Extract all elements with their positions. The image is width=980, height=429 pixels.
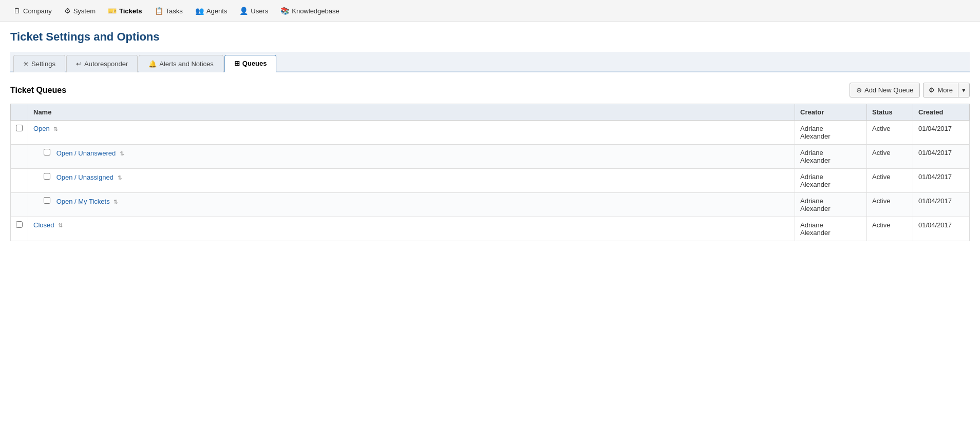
queue-name-link-open-my-tickets[interactable]: Open / My Tickets: [56, 198, 110, 205]
row-checkbox-open-unanswered[interactable]: [44, 149, 50, 155]
row-name-cell: Open / Unanswered ⇅: [28, 145, 795, 169]
row-created-cell: 01/04/2017: [913, 193, 970, 217]
knowledgebase-icon: 📚: [280, 7, 289, 15]
plus-icon: ⊕: [856, 86, 862, 94]
company-icon: 🗒: [13, 7, 21, 15]
col-header-name: Name: [28, 104, 795, 121]
row-status-cell: Active: [867, 145, 913, 169]
more-button-group: ⚙ More ▾: [923, 83, 970, 98]
tab-queues[interactable]: ⊞Queues: [224, 55, 277, 72]
tab-settings[interactable]: ✳Settings: [13, 55, 65, 72]
page-title: Ticket Settings and Options: [10, 30, 970, 44]
row-status-cell: Active: [867, 193, 913, 217]
table-header: Name Creator Status Created: [11, 104, 970, 121]
row-creator-cell: Adriane Alexander: [795, 121, 867, 145]
row-name-cell: Closed ⇅: [28, 217, 795, 241]
row-creator-cell: Adriane Alexander: [795, 217, 867, 241]
system-icon: ⚙: [64, 7, 71, 15]
queues-tab-icon: ⊞: [234, 60, 240, 67]
nav-label-tickets: Tickets: [119, 7, 142, 15]
nav-item-company[interactable]: 🗒Company: [8, 4, 57, 17]
row-checkbox-cell: [11, 121, 28, 145]
row-status-cell: Active: [867, 217, 913, 241]
tab-autoresponder[interactable]: ↩Autoresponder: [66, 55, 138, 72]
nav-item-tickets[interactable]: 🎫Tickets: [103, 4, 147, 17]
header-actions: ⊕ Add New Queue ⚙ More ▾: [850, 83, 970, 98]
row-checkbox-cell: [11, 217, 28, 241]
more-label: More: [937, 86, 953, 94]
col-header-created: Created: [913, 104, 970, 121]
row-empty-cell: [11, 193, 28, 217]
more-button[interactable]: ⚙ More: [924, 83, 958, 97]
sort-arrows: ⇅: [58, 222, 63, 228]
table-row: Open / Unanswered ⇅ Adriane Alexander Ac…: [11, 145, 970, 169]
queue-name-link-open-unanswered[interactable]: Open / Unanswered: [56, 149, 116, 157]
row-status-cell: Active: [867, 169, 913, 193]
nav-label-knowledgebase: Knowledgebase: [292, 7, 340, 15]
tickets-icon: 🎫: [108, 7, 117, 15]
add-queue-label: Add New Queue: [864, 86, 913, 94]
row-status-cell: Active: [867, 121, 913, 145]
settings-tab-icon: ✳: [23, 60, 29, 68]
table-row: Closed ⇅ Adriane Alexander Active 01/04/…: [11, 217, 970, 241]
sort-arrows: ⇅: [120, 150, 124, 157]
nav-label-agents: Agents: [206, 7, 227, 15]
row-created-cell: 01/04/2017: [913, 121, 970, 145]
tabs-container: ✳Settings↩Autoresponder🔔Alerts and Notic…: [10, 52, 970, 72]
alerts-notices-tab-label: Alerts and Notices: [159, 60, 214, 68]
nav-item-system[interactable]: ⚙System: [59, 4, 101, 17]
row-empty-cell: [11, 145, 28, 169]
row-empty-cell: [11, 169, 28, 193]
top-navigation: 🗒Company⚙System🎫Tickets📋Tasks👥Agents👤Use…: [0, 0, 980, 22]
autoresponder-tab-label: Autoresponder: [84, 60, 128, 68]
users-icon: 👤: [239, 7, 248, 15]
more-dropdown-arrow[interactable]: ▾: [958, 83, 969, 97]
queues-table: Name Creator Status Created Open ⇅ Adria…: [10, 104, 970, 241]
nav-item-users[interactable]: 👤Users: [234, 4, 273, 17]
queue-name-link-open[interactable]: Open: [33, 125, 50, 132]
nav-label-users: Users: [251, 7, 268, 15]
row-name-cell: Open / My Tickets ⇅: [28, 193, 795, 217]
nav-label-tasks: Tasks: [166, 7, 183, 15]
row-created-cell: 01/04/2017: [913, 217, 970, 241]
row-creator-cell: Adriane Alexander: [795, 193, 867, 217]
table-body: Open ⇅ Adriane Alexander Active 01/04/20…: [11, 121, 970, 241]
section-title: Ticket Queues: [10, 86, 66, 95]
col-header-checkbox: [11, 104, 28, 121]
queue-name-link-open-unassigned[interactable]: Open / Unassigned: [56, 173, 114, 181]
row-created-cell: 01/04/2017: [913, 145, 970, 169]
autoresponder-tab-icon: ↩: [76, 60, 82, 68]
col-header-status: Status: [867, 104, 913, 121]
table-row: Open / My Tickets ⇅ Adriane Alexander Ac…: [11, 193, 970, 217]
queue-name-link-closed[interactable]: Closed: [33, 221, 54, 229]
row-created-cell: 01/04/2017: [913, 169, 970, 193]
agents-icon: 👥: [195, 7, 204, 15]
col-header-creator: Creator: [795, 104, 867, 121]
section-header: Ticket Queues ⊕ Add New Queue ⚙ More ▾: [10, 83, 970, 98]
queues-tab-label: Queues: [242, 60, 267, 67]
page-content: Ticket Settings and Options ✳Settings↩Au…: [0, 22, 980, 249]
table-row: Open / Unassigned ⇅ Adriane Alexander Ac…: [11, 169, 970, 193]
row-checkbox-closed[interactable]: [16, 221, 23, 228]
table-row: Open ⇅ Adriane Alexander Active 01/04/20…: [11, 121, 970, 145]
tab-alerts-notices[interactable]: 🔔Alerts and Notices: [139, 55, 223, 72]
row-name-cell: Open ⇅: [28, 121, 795, 145]
add-new-queue-button[interactable]: ⊕ Add New Queue: [850, 83, 920, 98]
row-creator-cell: Adriane Alexander: [795, 145, 867, 169]
row-checkbox-open[interactable]: [16, 125, 23, 131]
row-checkbox-open-unassigned[interactable]: [44, 173, 50, 180]
row-name-cell: Open / Unassigned ⇅: [28, 169, 795, 193]
row-checkbox-open-my-tickets[interactable]: [44, 197, 50, 204]
gear-icon: ⚙: [929, 86, 935, 94]
nav-item-tasks[interactable]: 📋Tasks: [149, 4, 188, 17]
sort-arrows: ⇅: [118, 174, 122, 181]
settings-tab-label: Settings: [31, 60, 55, 68]
nav-label-company: Company: [23, 7, 52, 15]
alerts-notices-tab-icon: 🔔: [148, 60, 157, 68]
nav-label-system: System: [73, 7, 96, 15]
nav-item-agents[interactable]: 👥Agents: [190, 4, 232, 17]
tasks-icon: 📋: [155, 7, 163, 15]
sort-arrows: ⇅: [114, 199, 118, 205]
nav-item-knowledgebase[interactable]: 📚Knowledgebase: [275, 4, 345, 17]
row-creator-cell: Adriane Alexander: [795, 169, 867, 193]
